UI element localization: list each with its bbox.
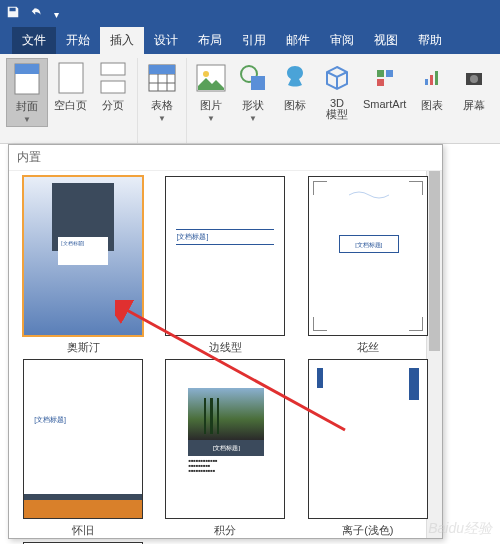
svg-rect-1 <box>15 64 39 74</box>
scrollbar-thumb[interactable] <box>429 171 440 351</box>
picture-label: 图片 <box>200 98 222 113</box>
svg-rect-2 <box>59 63 83 93</box>
undo-icon[interactable] <box>30 5 44 23</box>
picture-button[interactable]: 图片 ▼ <box>191 58 231 125</box>
blank-page-label: 空白页 <box>54 98 87 113</box>
template-thumbnail[interactable] <box>308 359 428 519</box>
template-thumbnail[interactable]: [文档标题] <box>23 176 143 336</box>
tab-home[interactable]: 开始 <box>56 27 100 54</box>
chart-label: 图表 <box>421 98 443 113</box>
page-break-icon <box>97 60 129 96</box>
smartart-button[interactable]: SmartArt <box>359 58 410 112</box>
template-name: 怀旧 <box>72 523 94 538</box>
ribbon-tabs: 文件 开始 插入 设计 布局 引用 邮件 审阅 视图 帮助 <box>0 28 500 54</box>
page-break-button[interactable]: 分页 <box>93 58 133 115</box>
template-name: 积分 <box>214 523 236 538</box>
cover-template-integral[interactable]: [文档标题] ■■■■■■■■■■■■■■■■■■■■■■■■■■■■■■■■ … <box>156 359 294 538</box>
template-thumbnail[interactable]: [文档标题] <box>308 176 428 336</box>
tab-design[interactable]: 设计 <box>144 27 188 54</box>
tab-view[interactable]: 视图 <box>364 27 408 54</box>
cover-page-button[interactable]: 封面 ▼ <box>6 58 48 127</box>
gallery-section-header: 内置 <box>9 145 442 171</box>
svg-rect-17 <box>377 79 384 86</box>
qat-more-icon[interactable]: ▾ <box>54 9 59 20</box>
tab-help[interactable]: 帮助 <box>408 27 452 54</box>
dropdown-arrow-icon: ▼ <box>249 114 257 123</box>
page-break-label: 分页 <box>102 98 124 113</box>
table-label: 表格 <box>151 98 173 113</box>
template-thumbnail[interactable]: [文档标题] <box>23 359 143 519</box>
template-name: 奥斯汀 <box>67 340 100 355</box>
svg-rect-19 <box>430 75 433 85</box>
svg-rect-16 <box>386 70 393 77</box>
cover-page-label: 封面 <box>16 99 38 114</box>
svg-rect-3 <box>101 63 125 75</box>
svg-rect-18 <box>425 79 428 85</box>
cover-template-retrospect[interactable]: [文档标题] 怀旧 <box>14 359 152 538</box>
icons-icon <box>279 60 311 96</box>
template-thumbnail[interactable]: [文档标题] ■■■■■■■■■■■■■■■■■■■■■■■■■■■■■■■■ <box>165 359 285 519</box>
smartart-label: SmartArt <box>363 98 406 110</box>
dropdown-arrow-icon: ▼ <box>23 115 31 124</box>
cover-page-gallery: 内置 [文档标题] 奥斯汀 [文档标题] 边线型 [文档标题] <box>8 144 443 539</box>
blank-page-button[interactable]: 空白页 <box>50 58 91 115</box>
3d-model-label: 3D 模型 <box>326 98 348 120</box>
shapes-icon <box>237 60 269 96</box>
svg-rect-20 <box>435 71 438 85</box>
svg-rect-4 <box>101 81 125 93</box>
chart-icon <box>416 60 448 96</box>
save-icon[interactable] <box>6 5 20 23</box>
title-bar: ▾ <box>0 0 500 28</box>
cover-template-filigree[interactable]: [文档标题] 花丝 <box>299 176 437 355</box>
ribbon: 封面 ▼ 空白页 分页 表格 ▼ 图片 <box>0 54 500 144</box>
chart-button[interactable]: 图表 <box>412 58 452 115</box>
icons-button[interactable]: 图标 <box>275 58 315 115</box>
dropdown-arrow-icon: ▼ <box>158 114 166 123</box>
template-name: 离子(浅色) <box>342 523 393 538</box>
dropdown-arrow-icon: ▼ <box>207 114 215 123</box>
shapes-button[interactable]: 形状 ▼ <box>233 58 273 125</box>
table-icon <box>146 60 178 96</box>
svg-point-12 <box>203 71 209 77</box>
svg-point-22 <box>470 75 478 83</box>
tab-mail[interactable]: 邮件 <box>276 27 320 54</box>
cube-icon <box>321 60 353 96</box>
svg-rect-10 <box>149 65 175 74</box>
template-thumbnail[interactable]: [文档标题] <box>165 176 285 336</box>
tab-references[interactable]: 引用 <box>232 27 276 54</box>
template-name: 花丝 <box>357 340 379 355</box>
svg-rect-15 <box>377 70 384 77</box>
tab-file[interactable]: 文件 <box>12 27 56 54</box>
smartart-icon <box>369 60 401 96</box>
tab-review[interactable]: 审阅 <box>320 27 364 54</box>
cover-page-icon <box>11 61 43 97</box>
picture-icon <box>195 60 227 96</box>
camera-icon <box>458 60 490 96</box>
tab-layout[interactable]: 布局 <box>188 27 232 54</box>
cover-template-sideline[interactable]: [文档标题] 边线型 <box>156 176 294 355</box>
blank-page-icon <box>55 60 87 96</box>
template-name: 边线型 <box>209 340 242 355</box>
screenshot-label: 屏幕 <box>463 98 485 113</box>
table-button[interactable]: 表格 ▼ <box>142 58 182 125</box>
3d-model-button[interactable]: 3D 模型 <box>317 58 357 122</box>
gallery-scrollbar[interactable] <box>426 171 442 538</box>
shapes-label: 形状 <box>242 98 264 113</box>
screenshot-button[interactable]: 屏幕 <box>454 58 494 115</box>
cover-template-ion-light[interactable]: 离子(浅色) <box>299 359 437 538</box>
tab-insert[interactable]: 插入 <box>100 27 144 54</box>
icons-label: 图标 <box>284 98 306 113</box>
watermark: Baidu经验 <box>428 520 492 538</box>
cover-template-austin[interactable]: [文档标题] 奥斯汀 <box>14 176 152 355</box>
svg-rect-14 <box>251 76 265 90</box>
